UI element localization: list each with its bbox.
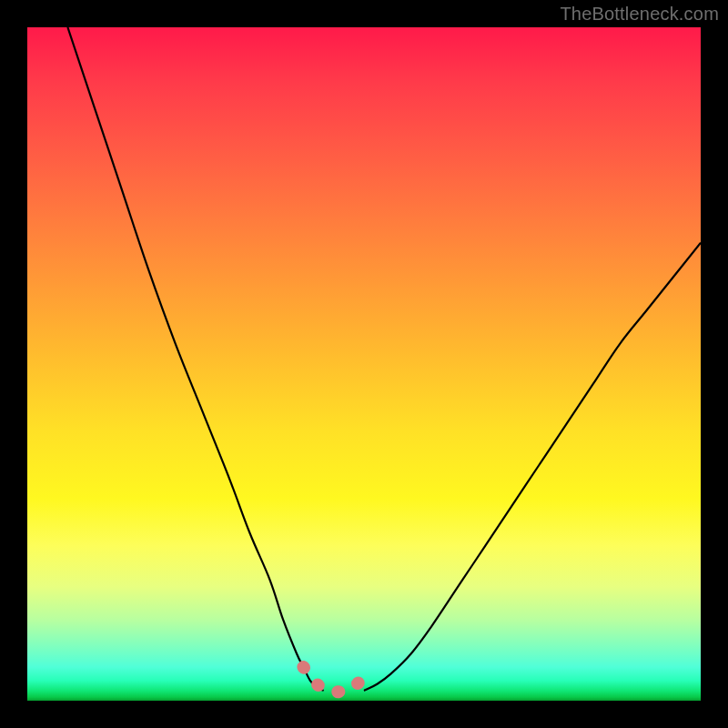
chart-frame: TheBottleneck.com [0,0,728,728]
right-curve [364,243,701,691]
curve-overlay [27,27,701,701]
watermark-text: TheBottleneck.com [560,4,719,25]
optimal-region-marker [303,667,370,692]
plot-area [27,27,701,701]
left-curve [67,27,323,691]
